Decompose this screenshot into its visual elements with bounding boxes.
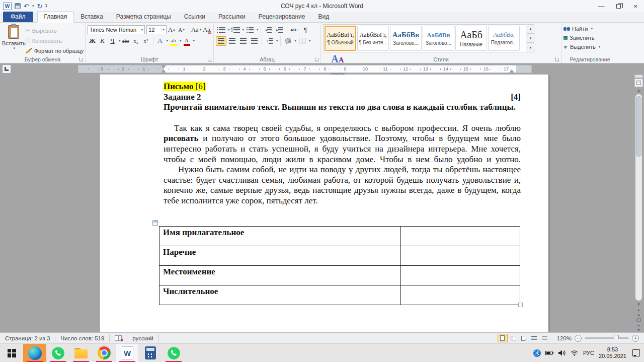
- italic-button[interactable]: К: [98, 36, 107, 46]
- bluetooth-icon[interactable]: [533, 349, 541, 357]
- chevron-down-icon[interactable]: ▾: [243, 28, 245, 32]
- copy-button[interactable]: Копировать: [26, 36, 84, 45]
- align-left-button[interactable]: [216, 36, 226, 46]
- table-cell[interactable]: [401, 265, 520, 285]
- gallery-expand-icon[interactable]: ▼: [527, 43, 534, 52]
- font-color-button[interactable]: А: [182, 36, 192, 46]
- zoom-in-button[interactable]: +: [632, 335, 639, 342]
- table-cell[interactable]: [401, 226, 520, 246]
- change-case-button[interactable]: Аа▾: [191, 25, 201, 35]
- taskbar-whatsapp[interactable]: [46, 344, 69, 362]
- gallery-down-icon[interactable]: ▼: [527, 34, 534, 43]
- justify-button[interactable]: [249, 36, 260, 46]
- previous-page-icon[interactable]: ▲▲: [635, 308, 642, 317]
- browse-object-icon[interactable]: [636, 318, 641, 322]
- fullscreen-reading-view-button[interactable]: [508, 334, 518, 342]
- taskbar-clock[interactable]: 8:53 20.05.2021: [599, 346, 626, 359]
- volume-icon[interactable]: [558, 349, 566, 357]
- next-page-icon[interactable]: ▼▼: [635, 323, 642, 332]
- spellcheck-status[interactable]: [110, 334, 127, 342]
- tab-view[interactable]: Вид: [311, 12, 336, 22]
- outline-view-button[interactable]: [529, 334, 539, 342]
- chevron-down-icon[interactable]: ▾: [167, 39, 169, 43]
- tab-page-layout[interactable]: Разметка страницы: [110, 12, 178, 22]
- cut-button[interactable]: ✂Вырезать: [26, 26, 84, 35]
- chevron-down-icon[interactable]: ▾: [257, 28, 259, 32]
- tab-stop-selector[interactable]: [2, 64, 11, 74]
- bold-button[interactable]: Ж: [88, 36, 97, 46]
- table-cell[interactable]: [282, 285, 401, 305]
- table-cell-label[interactable]: Числительное: [159, 285, 282, 305]
- input-language[interactable]: РУС: [583, 350, 594, 356]
- find-button[interactable]: Найти▾: [564, 24, 616, 33]
- qat-customize-icon[interactable]: ▾: [45, 4, 47, 9]
- tab-insert[interactable]: Вставка: [74, 12, 110, 22]
- action-center-icon[interactable]: [632, 349, 640, 356]
- underline-button[interactable]: Ч: [108, 36, 117, 46]
- sort-button[interactable]: АЯ↓: [289, 25, 300, 35]
- left-indent-marker[interactable]: [161, 67, 166, 73]
- align-center-button[interactable]: [227, 36, 237, 46]
- format-painter-button[interactable]: Формат по образцу: [26, 46, 84, 55]
- word-app-icon[interactable]: W: [3, 3, 12, 10]
- strikethrough-button[interactable]: abe: [121, 36, 131, 46]
- table-move-handle-icon[interactable]: [152, 220, 158, 226]
- wifi-icon[interactable]: [571, 349, 579, 357]
- style-no-spacing[interactable]: АаБбВвГг,¶ Без инте...: [357, 26, 389, 51]
- table-cell-label[interactable]: Местоимение: [159, 265, 282, 285]
- taskbar-whatsapp-2[interactable]: [162, 344, 185, 362]
- web-layout-view-button[interactable]: [519, 334, 529, 342]
- taskbar-edge[interactable]: [23, 344, 46, 362]
- tab-home[interactable]: Главная: [37, 11, 74, 23]
- battery-icon[interactable]: [545, 349, 553, 357]
- dialog-launcher-icon[interactable]: [555, 57, 559, 61]
- chevron-down-icon[interactable]: ▾: [180, 39, 182, 43]
- style-normal[interactable]: АаБбВвГг,¶ Обычный: [325, 26, 356, 51]
- subscript-button[interactable]: x₂: [131, 36, 141, 46]
- dialog-launcher-icon[interactable]: [208, 57, 212, 61]
- zoom-level[interactable]: 120%: [557, 335, 572, 341]
- scrollbar-track[interactable]: [635, 94, 642, 301]
- table-cell[interactable]: [282, 246, 401, 265]
- taskbar-calculator[interactable]: [139, 344, 162, 362]
- table-resize-handle[interactable]: [518, 303, 523, 307]
- start-button[interactable]: [0, 344, 23, 362]
- print-layout-view-button[interactable]: [498, 334, 508, 342]
- table-cell[interactable]: [282, 265, 401, 285]
- table-cell[interactable]: [401, 246, 520, 265]
- numbering-button[interactable]: 1 2 3: [230, 25, 241, 35]
- chevron-down-icon[interactable]: ▾: [193, 39, 195, 43]
- decrease-indent-button[interactable]: ◂: [263, 25, 274, 35]
- word-count[interactable]: Число слов: 519: [55, 334, 110, 342]
- table-cell-label[interactable]: Имя прилагательное: [159, 226, 282, 246]
- save-icon[interactable]: [15, 3, 21, 9]
- multilevel-list-button[interactable]: [245, 25, 255, 35]
- table-cell[interactable]: [401, 285, 520, 305]
- highlight-color-button[interactable]: ab: [169, 36, 178, 46]
- select-button[interactable]: ►Выделить▾: [564, 42, 616, 51]
- borders-button[interactable]: [297, 36, 307, 46]
- taskbar-file-explorer[interactable]: [69, 344, 93, 362]
- font-name-combo[interactable]: Times New Roman▾: [88, 25, 145, 34]
- chevron-down-icon[interactable]: ▾: [228, 28, 230, 32]
- split-handle[interactable]: [634, 75, 643, 78]
- tab-references[interactable]: Ссылки: [178, 12, 212, 22]
- text-effects-button[interactable]: А: [155, 36, 165, 46]
- font-size-combo[interactable]: 12▾: [146, 25, 167, 34]
- bullets-button[interactable]: [216, 25, 226, 35]
- zoom-slider-thumb[interactable]: [614, 335, 619, 341]
- minimize-button[interactable]: —: [593, 0, 610, 12]
- document-page[interactable]: Письмо [6] Задание 2[4] Прочитай внимате…: [100, 75, 548, 332]
- clear-formatting-button[interactable]: Аа: [202, 25, 211, 35]
- taskbar-chrome[interactable]: [93, 344, 116, 362]
- increase-indent-button[interactable]: ▸: [274, 25, 285, 35]
- draft-view-button[interactable]: [540, 334, 550, 342]
- undo-icon[interactable]: ↶: [24, 3, 29, 10]
- style-heading2[interactable]: АаБбВвЗаголово...: [423, 26, 454, 51]
- grow-font-button[interactable]: А▲: [167, 25, 177, 35]
- chevron-down-icon[interactable]: ▾: [276, 39, 278, 43]
- scrollbar-thumb[interactable]: [636, 96, 641, 157]
- dialog-launcher-icon[interactable]: [79, 57, 84, 61]
- taskbar-word[interactable]: W: [116, 344, 139, 362]
- chevron-down-icon[interactable]: ▾: [309, 39, 311, 43]
